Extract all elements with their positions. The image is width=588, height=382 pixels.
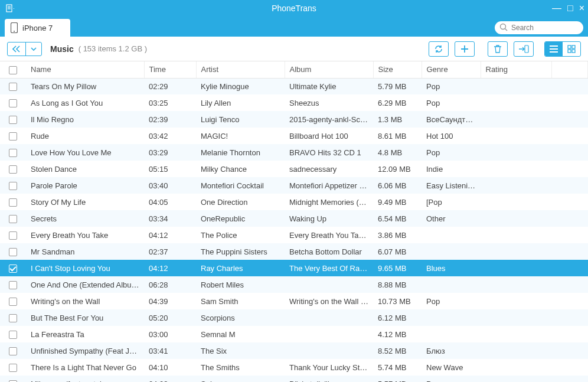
table-row[interactable]: Writing's on the Wall04:39Sam SmithWriti… — [0, 293, 588, 309]
row-checkbox[interactable] — [9, 314, 17, 322]
row-checkbox-cell[interactable] — [0, 293, 26, 309]
table-row[interactable]: Tears On My Pillow02:29Kylie MinogueUlti… — [0, 78, 588, 94]
row-checkbox[interactable] — [9, 198, 17, 207]
row-checkbox-cell[interactable] — [0, 194, 26, 210]
cell-genre: ВсеСаундтре... — [422, 111, 481, 128]
table-row[interactable]: There Is a Light That Never Go04:10The S… — [0, 359, 588, 376]
row-checkbox-cell[interactable] — [0, 359, 26, 376]
view-grid-button[interactable] — [563, 42, 580, 56]
cell-genre — [422, 243, 481, 260]
table-row[interactable]: La Fereastra Ta03:00Semnal M4.12 MB — [0, 326, 588, 342]
row-checkbox[interactable] — [9, 281, 17, 289]
nav-back-button[interactable] — [8, 43, 25, 55]
cell-size: 8.61 MB — [373, 128, 422, 144]
table-row[interactable]: Il Mio Regno02:39Luigi Tenco2015-agenty-… — [0, 111, 588, 128]
row-checkbox-cell[interactable] — [0, 111, 26, 128]
row-checkbox[interactable] — [9, 347, 17, 355]
row-checkbox[interactable] — [9, 231, 17, 240]
row-checkbox[interactable] — [9, 116, 17, 124]
column-header-pad — [551, 61, 588, 78]
table-row[interactable]: But The Best For You05:20Scorpions6.12 M… — [0, 309, 588, 326]
cell-name: As Long as I Got You — [26, 94, 144, 111]
minimize-button[interactable]: — — [552, 4, 561, 13]
cell-artist: OneRepublic — [196, 210, 285, 227]
table-row[interactable]: One And One (Extended Album V06:28Robert… — [0, 276, 588, 293]
svg-rect-0 — [6, 5, 12, 12]
row-checkbox[interactable] — [9, 298, 17, 306]
row-checkbox[interactable] — [9, 83, 17, 91]
table-row[interactable]: Story Of My Life04:05One DirectionMidnig… — [0, 194, 588, 210]
row-checkbox-cell[interactable] — [0, 144, 26, 161]
row-checkbox-cell[interactable] — [0, 128, 26, 144]
row-checkbox[interactable] — [9, 149, 17, 157]
close-button[interactable]: × — [579, 4, 584, 13]
transfer-button[interactable] — [514, 41, 534, 57]
row-checkbox-cell[interactable] — [0, 376, 26, 382]
cell-artist: MAGIC! — [196, 128, 285, 144]
column-header-checkbox[interactable] — [0, 61, 26, 78]
table-row[interactable]: Parole Parole03:40Montefiori CocktailMon… — [0, 177, 588, 194]
cell-artist: The Puppini Sisters — [196, 243, 285, 260]
table-row[interactable]: As Long as I Got You03:25Lily AllenSheez… — [0, 94, 588, 111]
track-table-wrapper[interactable]: Name Time Artist Album Size Genre Rating… — [0, 61, 588, 382]
row-checkbox-cell[interactable] — [0, 177, 26, 194]
row-checkbox[interactable] — [9, 331, 17, 339]
row-checkbox[interactable] — [9, 248, 17, 256]
row-checkbox-cell[interactable] — [0, 161, 26, 177]
cell-genre: New Wave — [422, 359, 481, 376]
table-row[interactable]: Mil pasos (feat. antoine essertier)04:03… — [0, 376, 588, 382]
table-row[interactable]: Love How You Love Me03:29Melanie Thornto… — [0, 144, 588, 161]
row-checkbox[interactable] — [9, 132, 17, 141]
row-checkbox[interactable] — [9, 364, 17, 372]
add-button[interactable] — [455, 41, 475, 57]
row-checkbox-cell[interactable] — [0, 227, 26, 243]
table-row[interactable]: Secrets03:34OneRepublicWaking Up6.54 MBO… — [0, 210, 588, 227]
select-all-checkbox[interactable] — [9, 66, 17, 74]
column-header-size[interactable]: Size — [373, 61, 422, 78]
cell-album: Ultimate Kylie — [285, 78, 373, 94]
nav-dropdown-button[interactable] — [25, 43, 41, 55]
device-tab[interactable]: iPhone 7 — [5, 19, 70, 37]
row-checkbox-cell[interactable] — [0, 342, 26, 359]
column-header-genre[interactable]: Genre — [422, 61, 481, 78]
row-checkbox[interactable] — [9, 99, 17, 107]
table-row[interactable]: Stolen Dance05:15Milky Chancesadnecessar… — [0, 161, 588, 177]
refresh-button[interactable] — [429, 41, 449, 57]
row-checkbox-cell[interactable] — [0, 94, 26, 111]
cell-name: I Can't Stop Loving You — [26, 260, 144, 276]
row-checkbox[interactable] — [9, 265, 17, 273]
cell-name: Secrets — [26, 210, 144, 227]
cell-album — [285, 276, 373, 293]
row-checkbox-cell[interactable] — [0, 276, 26, 293]
table-row[interactable]: Mr Sandman02:37The Puppini SistersBetcha… — [0, 243, 588, 260]
cell-pad — [551, 326, 588, 342]
row-checkbox-cell[interactable] — [0, 326, 26, 342]
column-header-name[interactable]: Name — [26, 61, 144, 78]
column-header-artist[interactable]: Artist — [196, 61, 285, 78]
row-checkbox-cell[interactable] — [0, 309, 26, 326]
column-header-rating[interactable]: Rating — [481, 61, 551, 78]
row-checkbox[interactable] — [9, 165, 17, 174]
cell-pad — [551, 309, 588, 326]
row-checkbox-cell[interactable] — [0, 210, 26, 227]
cell-genre: Easy Listening — [422, 177, 481, 194]
row-checkbox-cell[interactable] — [0, 243, 26, 260]
row-checkbox[interactable] — [9, 182, 17, 190]
table-row[interactable]: I Can't Stop Loving You04:12Ray CharlesT… — [0, 260, 588, 276]
cell-time: 02:37 — [144, 243, 196, 260]
table-row[interactable]: Unfinished Sympathy (Feat Jasm...03:41Th… — [0, 342, 588, 359]
column-header-album[interactable]: Album — [285, 61, 373, 78]
maximize-button[interactable]: □ — [567, 4, 573, 13]
table-row[interactable]: Rude03:42MAGIC!Billboard Hot 1008.61 MBH… — [0, 128, 588, 144]
app-menu-button[interactable] — [2, 2, 18, 15]
search-input[interactable] — [495, 21, 583, 34]
phone-icon — [11, 22, 18, 33]
row-checkbox-cell[interactable] — [0, 260, 26, 276]
delete-button[interactable] — [488, 41, 508, 57]
column-header-time[interactable]: Time — [144, 61, 196, 78]
table-row[interactable]: Every Breath You Take04:12The PoliceEver… — [0, 227, 588, 243]
row-checkbox[interactable] — [9, 215, 17, 223]
view-list-button[interactable] — [545, 42, 563, 56]
cell-pad — [551, 359, 588, 376]
row-checkbox-cell[interactable] — [0, 78, 26, 94]
